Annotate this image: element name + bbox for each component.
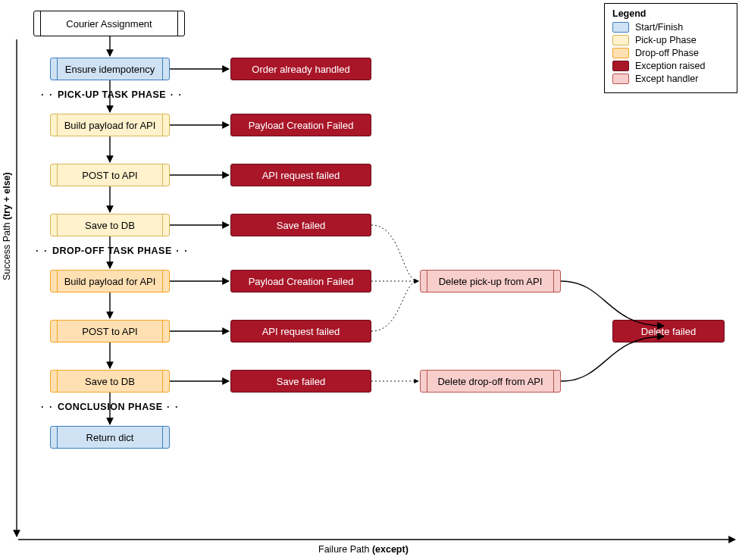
legend-row: Start/Finish [612, 22, 729, 33]
dropoff-phase-label: DROP-OFF TASK PHASE [36, 246, 189, 256]
dropoff-save-node: Save to DB [50, 370, 170, 393]
legend: Legend Start/Finish Pick-up Phase Drop-o… [604, 3, 737, 93]
dropoff-build-node: Build payload for API [50, 270, 170, 293]
legend-row: Exception raised [612, 61, 729, 71]
legend-swatch-pickup [612, 35, 629, 45]
legend-row: Pick-up Phase [612, 35, 729, 45]
pickup-phase-label: PICK-UP TASK PHASE [41, 89, 183, 100]
legend-row: Except handler [612, 74, 729, 84]
success-path-axis-label: Success Path (try + else) [2, 172, 12, 280]
ensure-idempotency-node: Ensure idempotency [50, 58, 170, 80]
legend-label: Except handler [635, 74, 698, 84]
conclusion-phase-label: CONCLUSION PHASE [41, 402, 179, 412]
legend-row: Drop-off Phase [612, 48, 729, 58]
err-pickup-build: Payload Creation Failed [230, 114, 371, 136]
dropoff-post-node: POST to API [50, 320, 170, 343]
legend-swatch-handler [612, 74, 629, 84]
pickup-save-node: Save to DB [50, 214, 170, 236]
legend-swatch-exception [612, 61, 629, 71]
err-order-handled: Order already handled [230, 58, 371, 80]
legend-swatch-start [612, 22, 629, 33]
handler-delete-pickup: Delete pick-up from API [420, 270, 561, 293]
err-dropoff-save: Save failed [230, 370, 371, 393]
pickup-build-node: Build payload for API [50, 114, 170, 136]
start-node: Courier Assignment [33, 11, 185, 36]
legend-label: Pick-up Phase [635, 35, 697, 45]
return-node: Return dict [50, 426, 170, 449]
pickup-post-node: POST to API [50, 164, 170, 186]
legend-swatch-dropoff [612, 48, 629, 58]
legend-title: Legend [612, 8, 729, 19]
err-pickup-post: API request failed [230, 164, 371, 186]
legend-label: Start/Finish [635, 22, 683, 33]
legend-label: Exception raised [635, 61, 705, 71]
err-pickup-save: Save failed [230, 214, 371, 236]
failure-path-axis-label: Failure Path (except) [318, 544, 409, 555]
legend-label: Drop-off Phase [635, 48, 699, 58]
err-dropoff-post: API request failed [230, 320, 371, 343]
handler-delete-dropoff: Delete drop-off from API [420, 370, 561, 393]
err-dropoff-build: Payload Creation Failed [230, 270, 371, 293]
err-delete-failed: Delete failed [612, 320, 725, 343]
